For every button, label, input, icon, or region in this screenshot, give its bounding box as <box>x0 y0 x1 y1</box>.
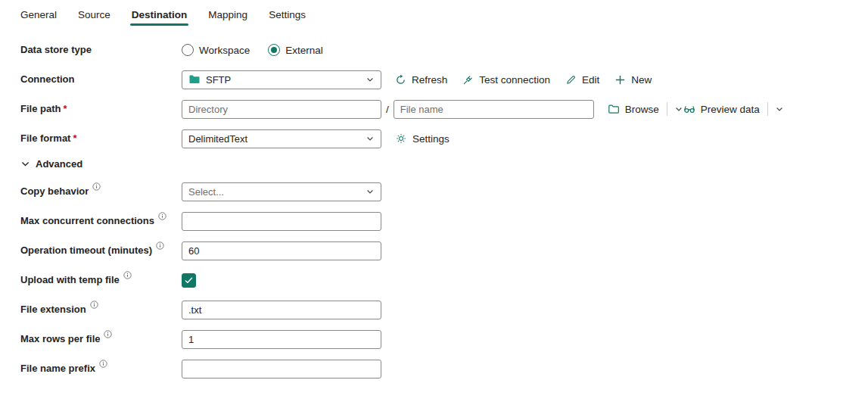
required-marker: * <box>73 132 76 145</box>
row-max-concurrent-connections: Max concurrent connections <box>20 211 868 231</box>
path-separator: / <box>386 104 389 115</box>
file-extension-input[interactable] <box>182 301 381 319</box>
file-format-value: DelimitedText <box>188 133 247 145</box>
radio-external[interactable]: External <box>268 44 323 56</box>
file-name-prefix-label: File name prefix <box>20 363 182 375</box>
file-name-prefix-input[interactable] <box>182 360 381 379</box>
connection-folder-icon <box>188 73 201 86</box>
row-file-format: File format * DelimitedText Settings <box>20 129 868 148</box>
required-marker: * <box>63 103 67 115</box>
preview-data-button[interactable]: Preview data <box>683 103 760 115</box>
file-extension-label: File extension <box>20 304 182 316</box>
radio-selected-icon <box>268 44 280 56</box>
radio-unselected-icon <box>182 44 194 56</box>
radio-workspace[interactable]: Workspace <box>182 44 250 56</box>
advanced-section-toggle[interactable]: Advanced <box>20 158 868 170</box>
chevron-down-icon <box>366 187 375 196</box>
plus-icon <box>614 74 626 86</box>
max-rows-per-file-label: Max rows per file <box>20 333 182 345</box>
preview-menu-chevron[interactable] <box>767 102 784 116</box>
connection-label: Connection <box>20 73 182 86</box>
info-icon[interactable] <box>90 301 98 309</box>
browse-button[interactable]: Browse <box>608 103 659 115</box>
row-operation-timeout: Operation timeout (minutes) <box>20 241 868 260</box>
tab-source[interactable]: Source <box>76 6 112 28</box>
browse-menu-chevron[interactable] <box>667 102 683 116</box>
info-icon[interactable] <box>92 182 101 191</box>
row-connection: Connection SFTP Refresh <box>20 70 868 89</box>
chevron-down-icon <box>775 104 784 114</box>
row-data-store-type: Data store type Workspace External <box>20 40 868 60</box>
info-icon[interactable] <box>104 330 112 338</box>
file-format-dropdown[interactable]: DelimitedText <box>182 129 381 148</box>
chevron-down-icon <box>366 134 375 143</box>
file-path-label: File path * <box>20 103 182 115</box>
connection-value: SFTP <box>206 74 231 86</box>
row-copy-behavior: Copy behavior Select... <box>20 182 868 201</box>
refresh-button[interactable]: Refresh <box>395 74 447 86</box>
operation-timeout-input[interactable] <box>182 241 381 260</box>
copy-behavior-dropdown[interactable]: Select... <box>182 182 381 201</box>
info-icon[interactable] <box>156 241 164 250</box>
file-format-label: File format * <box>20 132 182 145</box>
info-icon[interactable] <box>123 271 132 279</box>
directory-input[interactable] <box>182 100 381 119</box>
row-max-rows-per-file: Max rows per file <box>20 329 868 349</box>
tab-settings[interactable]: Settings <box>267 6 307 28</box>
tab-bar: General Source Destination Mapping Setti… <box>0 0 868 28</box>
max-concurrent-connections-label: Max concurrent connections <box>20 215 182 227</box>
data-store-type-label: Data store type <box>20 44 182 56</box>
info-icon[interactable] <box>99 360 107 368</box>
tab-destination[interactable]: Destination <box>130 6 189 28</box>
max-concurrent-connections-input[interactable] <box>182 212 381 231</box>
chevron-down-icon <box>674 104 683 114</box>
row-file-name-prefix: File name prefix <box>20 359 868 379</box>
copy-behavior-label: Copy behavior <box>20 185 182 198</box>
test-connection-button[interactable]: Test connection <box>462 74 550 86</box>
new-button[interactable]: New <box>614 74 652 86</box>
info-icon[interactable] <box>158 212 166 220</box>
edit-pencil-icon <box>565 74 577 86</box>
tab-general[interactable]: General <box>19 6 58 28</box>
refresh-icon <box>395 74 406 86</box>
chevron-down-icon <box>20 159 30 169</box>
operation-timeout-label: Operation timeout (minutes) <box>20 245 182 257</box>
max-rows-per-file-input[interactable] <box>182 330 381 349</box>
row-file-extension: File extension <box>20 300 868 319</box>
format-settings-button[interactable]: Settings <box>395 132 450 145</box>
radio-external-label: External <box>285 45 323 56</box>
upload-with-temp-file-label: Upload with temp file <box>20 274 182 286</box>
chevron-down-icon <box>366 75 375 84</box>
connection-dropdown[interactable]: SFTP <box>182 70 381 89</box>
radio-workspace-label: Workspace <box>199 45 250 56</box>
tab-mapping[interactable]: Mapping <box>207 6 249 28</box>
test-connection-icon <box>462 74 474 86</box>
copy-behavior-placeholder: Select... <box>188 186 224 198</box>
file-name-input[interactable] <box>394 100 594 119</box>
row-file-path: File path * / Browse <box>20 99 868 119</box>
preview-glasses-icon <box>683 103 695 115</box>
destination-form: Data store type Workspace External Conne… <box>0 28 868 379</box>
checkmark-icon <box>184 276 194 285</box>
settings-gear-icon <box>395 132 407 145</box>
folder-icon <box>608 103 620 115</box>
upload-with-temp-file-checkbox[interactable] <box>182 273 196 288</box>
edit-button[interactable]: Edit <box>565 74 599 86</box>
row-upload-with-temp-file: Upload with temp file <box>20 270 868 290</box>
